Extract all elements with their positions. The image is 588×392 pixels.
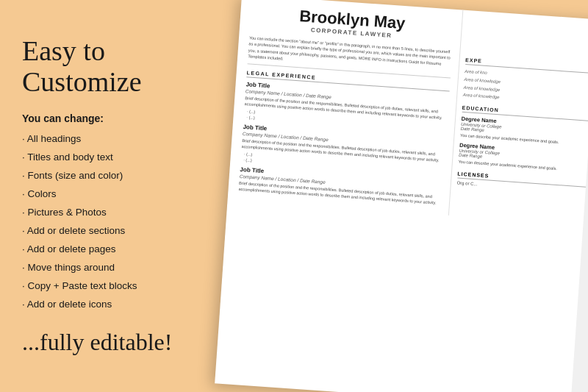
resume-left-column: Brooklyn May CORPORATE LAWYER You can in… (228, 0, 463, 215)
can-change-label: You can change: (22, 113, 213, 124)
feature-item: · Add or delete icons (22, 296, 213, 314)
feature-item: · Add or delete sections (22, 222, 213, 240)
main-container: Easy to Customize You can change: · All … (0, 0, 588, 392)
feature-item: · Fonts (size and color) (22, 167, 213, 185)
bottom-tagline: ...fully editable! (22, 329, 213, 356)
feature-item: · Titles and body text (22, 149, 213, 167)
feature-item: · Colors (22, 185, 213, 204)
feature-item: · All headings (22, 130, 213, 149)
feature-item: · Pictures & Photos (22, 204, 213, 222)
main-title: Easy to Customize (22, 36, 213, 98)
left-panel: Easy to Customize You can change: · All … (0, 14, 228, 377)
feature-item: · Move things around (22, 259, 213, 277)
resume-wrapper: Brooklyn May CORPORATE LAWYER You can in… (215, 0, 588, 392)
resume-right-column: EXPE Area of kno Area of knowledge Area … (436, 10, 588, 392)
feature-item: · Add or delete pages (22, 240, 213, 259)
resume-doc: Brooklyn May CORPORATE LAWYER You can in… (215, 0, 588, 392)
feature-list: · All headings· Titles and body text· Fo… (22, 130, 213, 314)
feature-item: · Copy + Paste text blocks (22, 277, 213, 296)
